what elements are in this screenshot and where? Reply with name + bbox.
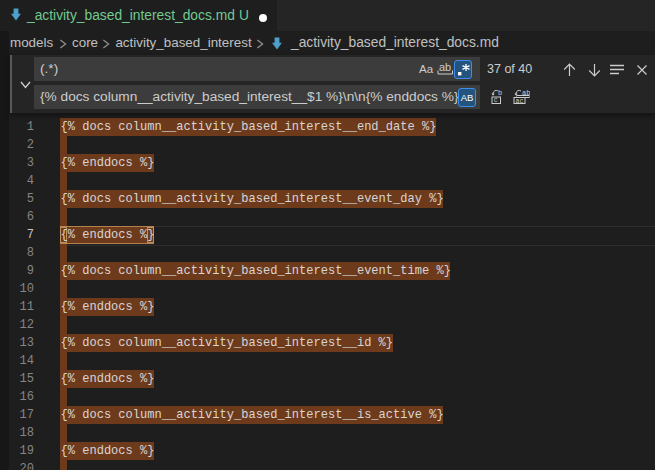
svg-text:ac: ac bbox=[516, 98, 524, 104]
svg-text:b: b bbox=[498, 89, 502, 97]
svg-text:c: c bbox=[494, 97, 498, 104]
svg-text:ab: ab bbox=[439, 61, 451, 73]
